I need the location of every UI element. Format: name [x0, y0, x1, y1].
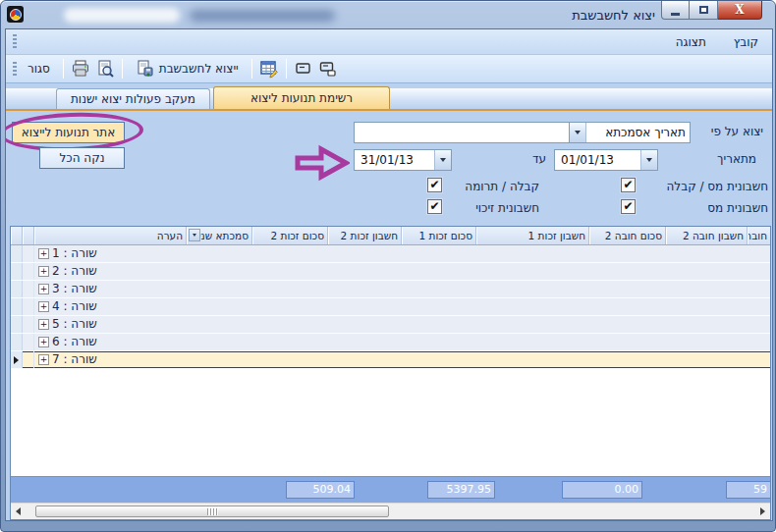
window-title: יצוא לחשבשבת	[572, 8, 655, 23]
header-selector-cell	[11, 227, 23, 244]
export-by-empty-field[interactable]	[354, 122, 570, 143]
filter-dropdown-icon[interactable]	[189, 229, 200, 241]
redacted-text-blob	[190, 10, 335, 22]
header-cell-note[interactable]: הערה	[34, 227, 187, 244]
close-toolbar-button[interactable]: סגור	[22, 60, 56, 78]
header-cell-second-reference[interactable]: סמכתא שניה	[187, 227, 252, 244]
row-expand-button[interactable]: +	[38, 266, 49, 277]
table-row[interactable]: + שורה : 4	[11, 298, 770, 316]
table-row-selected[interactable]: + שורה : 7	[11, 351, 770, 369]
total-box: 0.00	[562, 481, 642, 499]
row-selector[interactable]	[11, 245, 23, 262]
table-edit-icon[interactable]	[259, 59, 279, 79]
table-row[interactable]: + שורה : 6	[11, 334, 770, 351]
minimize-button[interactable]	[661, 1, 690, 20]
print-preview-icon[interactable]	[95, 59, 115, 79]
close-button[interactable]: X	[718, 1, 762, 20]
grid-header: הערה סמכתא שניה סכום זכות 2 חשבון זכות 2…	[11, 227, 770, 245]
header-cell-debit-amount-2[interactable]: סכום חובה 2	[589, 227, 666, 244]
chevron-down-icon[interactable]	[640, 150, 657, 170]
row-selector[interactable]	[11, 334, 23, 350]
row-selector[interactable]	[11, 281, 23, 297]
toolbar-separator	[122, 59, 123, 79]
layout-cards-icon[interactable]	[294, 59, 313, 79]
row-expand-button[interactable]: +	[38, 354, 49, 365]
export-by-combobox[interactable]: תאריך אסמכתא	[569, 122, 691, 143]
row-label: שורה : 6	[52, 335, 97, 348]
maximize-button[interactable]	[690, 1, 718, 20]
toolbar: סגור	[6, 55, 772, 83]
export-by-label: יצוא על פי	[711, 125, 763, 138]
tab-old-export-actions[interactable]: מעקב פעולות יצוא ישנות	[56, 88, 210, 109]
header-indent-cell	[23, 227, 34, 244]
scroll-left-icon[interactable]	[16, 507, 21, 515]
toolbar-separator	[286, 59, 287, 79]
row-selector[interactable]	[11, 351, 23, 368]
row-expand-button[interactable]: +	[38, 248, 49, 259]
table-row[interactable]: + שורה : 5	[11, 316, 770, 334]
close-icon: X	[735, 3, 744, 17]
checkbox-credit-invoice-label: חשבונית זיכוי	[475, 201, 539, 215]
header-cell-debit-1[interactable]: חובה 1	[748, 227, 770, 244]
row-expand-button[interactable]: +	[38, 337, 49, 347]
header-cell-credit-amount-1[interactable]: סכום זכות 1	[402, 227, 476, 244]
header-cell-credit-amount-2[interactable]: סכום זכות 2	[252, 227, 328, 244]
to-date-combobox[interactable]: 31/01/13	[354, 149, 452, 171]
row-expand-button[interactable]: +	[38, 284, 49, 294]
annotation-arrow	[295, 144, 350, 182]
toolbar-separator	[63, 59, 64, 79]
chevron-down-icon[interactable]	[434, 150, 451, 170]
menubar-grip[interactable]	[13, 34, 17, 49]
checkmark-icon: ✔	[429, 179, 439, 191]
checkbox-receipt-donation[interactable]: ✔	[427, 178, 442, 192]
header-cell-credit-account-1[interactable]: חשבון זכות 1	[476, 227, 589, 244]
layout-list-icon[interactable]	[318, 59, 338, 79]
export-hashavshevet-button[interactable]: ייצוא לחשבשבת	[130, 57, 245, 80]
scroll-thumb[interactable]	[35, 505, 389, 517]
header-cell-credit-account-2[interactable]: חשבון זכות 2	[328, 227, 402, 244]
app-icon	[7, 6, 24, 23]
total-box: 5397.95	[427, 481, 495, 499]
table-row[interactable]: + שורה : 2	[11, 263, 770, 281]
maximize-icon	[699, 6, 708, 14]
row-selector[interactable]	[11, 298, 23, 315]
from-date-combobox[interactable]: 01/01/13	[554, 149, 658, 171]
scroll-right-icon[interactable]	[760, 507, 765, 515]
checkbox-tax-invoice[interactable]: ✔	[621, 199, 636, 214]
row-selector[interactable]	[11, 263, 23, 280]
row-label: שורה : 3	[52, 282, 97, 295]
export-by-value: תאריך אסמכתא	[586, 123, 690, 142]
printer-icon[interactable]	[71, 59, 90, 79]
from-date-label: מתאריך	[717, 152, 756, 166]
menubar: קובץ תצוגה	[6, 29, 772, 55]
row-label: שורה : 2	[52, 264, 97, 278]
clear-all-button[interactable]: נקה הכל	[39, 147, 125, 169]
checkbox-credit-invoice[interactable]: ✔	[427, 199, 442, 214]
scroll-grip-icon	[207, 508, 218, 515]
menu-item-file[interactable]: קובץ	[730, 33, 762, 51]
menu-item-view[interactable]: תצוגה	[672, 33, 710, 51]
row-selector[interactable]	[11, 316, 23, 333]
row-label: שורה : 5	[52, 317, 97, 331]
to-label: עד	[532, 152, 546, 166]
toolbar-separator	[251, 59, 252, 79]
toolbar-grip[interactable]	[13, 62, 17, 77]
checkmark-icon: ✔	[623, 200, 633, 213]
horizontal-scrollbar[interactable]	[11, 503, 770, 519]
header-cell-debit-account-2[interactable]: חשבון חובה 2	[666, 227, 748, 244]
checkbox-tax-invoice-receipt[interactable]: ✔	[621, 178, 636, 192]
from-date-value: 01/01/13	[555, 150, 640, 170]
row-expand-button[interactable]: +	[38, 301, 49, 312]
find-transactions-button[interactable]: אתר תנועות לייצוא	[12, 122, 125, 143]
row-label: שורה : 7	[52, 352, 97, 366]
checkbox-tax-invoice-receipt-label: חשבונית מס / קבלה	[667, 180, 768, 193]
row-expand-button[interactable]: +	[38, 319, 49, 330]
grid-footer: 509.04 5397.95 0.00 59	[11, 476, 770, 503]
chevron-down-icon[interactable]	[570, 123, 586, 142]
titlebar: יצוא לחשבשבת X	[1, 1, 775, 28]
table-row[interactable]: + שורה : 1	[11, 245, 770, 263]
table-row[interactable]: + שורה : 3	[11, 281, 770, 298]
tab-transactions-list[interactable]: רשימת תנועות ליצוא	[213, 86, 390, 109]
selected-row-arrow-icon	[14, 356, 19, 364]
checkbox-tax-invoice-label: חשבונית מס	[707, 201, 768, 215]
